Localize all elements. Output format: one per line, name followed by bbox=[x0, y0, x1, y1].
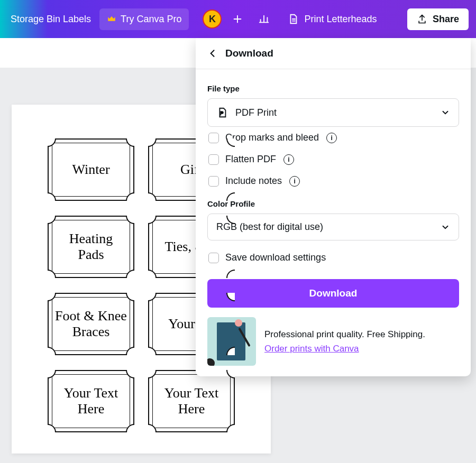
panel-title: Download bbox=[225, 48, 273, 59]
bin-label-text: Foot & Knee Braces bbox=[55, 308, 127, 340]
save-settings-label: Save download settings bbox=[225, 252, 326, 263]
download-panel: Download File type PDF Print Crop marks … bbox=[196, 38, 471, 376]
crop-marks-row[interactable]: Crop marks and bleed i bbox=[207, 127, 459, 149]
bar-chart-icon bbox=[258, 13, 270, 25]
bin-label-text: Your Text Here bbox=[155, 385, 227, 417]
bin-label[interactable]: Your Text Here bbox=[148, 370, 235, 432]
panel-body: File type PDF Print Crop marks and bleed… bbox=[196, 69, 471, 376]
chevron-down-icon bbox=[441, 108, 450, 117]
add-button[interactable] bbox=[227, 8, 248, 30]
document-icon bbox=[287, 13, 299, 25]
checkbox[interactable] bbox=[208, 176, 219, 187]
save-settings-row[interactable]: Save download settings bbox=[207, 247, 459, 268]
document-title[interactable]: Storage Bin Labels bbox=[7, 10, 94, 29]
bin-label[interactable]: Heating Pads bbox=[48, 216, 134, 278]
checkbox[interactable] bbox=[208, 253, 219, 263]
include-notes-label: Include notes bbox=[225, 175, 282, 187]
plus-icon bbox=[232, 13, 243, 25]
checkbox[interactable] bbox=[208, 133, 219, 143]
upload-icon bbox=[417, 14, 427, 24]
file-type-label: File type bbox=[207, 84, 459, 93]
avatar[interactable]: K bbox=[203, 10, 222, 29]
download-button[interactable]: Download bbox=[207, 279, 459, 308]
try-canva-pro-button[interactable]: Try Canva Pro bbox=[99, 8, 189, 30]
back-button[interactable] bbox=[207, 48, 218, 59]
bin-label[interactable]: Your Text Here bbox=[48, 370, 134, 432]
share-label: Share bbox=[433, 14, 459, 25]
bin-label-text: Heating Pads bbox=[55, 231, 127, 263]
print-letterheads-button[interactable]: Print Letterheads bbox=[280, 7, 384, 31]
promo-line: Professional print quality. Free Shippin… bbox=[264, 327, 425, 341]
promo-thumbnail bbox=[207, 317, 256, 366]
info-icon[interactable]: i bbox=[289, 176, 300, 187]
info-icon[interactable]: i bbox=[326, 133, 337, 143]
bin-label[interactable]: Foot & Knee Braces bbox=[48, 293, 134, 355]
flatten-pdf-row[interactable]: Flatten PDF i bbox=[207, 149, 459, 170]
include-notes-row[interactable]: Include notes i bbox=[207, 170, 459, 192]
print-label: Print Letterheads bbox=[304, 14, 377, 25]
panel-header: Download bbox=[196, 38, 471, 69]
analytics-button[interactable] bbox=[253, 8, 274, 30]
file-type-select[interactable]: PDF Print bbox=[207, 98, 459, 127]
share-button[interactable]: Share bbox=[407, 8, 469, 30]
color-profile-label: Color Profile bbox=[207, 199, 459, 208]
crown-icon bbox=[107, 14, 116, 24]
checkbox[interactable] bbox=[208, 154, 219, 165]
avatar-initial: K bbox=[209, 14, 216, 25]
order-prints-link[interactable]: Order prints with Canva bbox=[264, 344, 359, 354]
bin-label[interactable]: Winter bbox=[48, 138, 134, 201]
chevron-down-icon bbox=[441, 223, 450, 232]
top-bar: Storage Bin Labels Try Canva Pro K Print… bbox=[0, 0, 476, 38]
crop-marks-label: Crop marks and bleed bbox=[225, 132, 319, 143]
file-type-value: PDF Print bbox=[235, 107, 277, 118]
color-profile-select[interactable]: RGB (best for digital use) bbox=[207, 214, 459, 240]
flatten-label: Flatten PDF bbox=[225, 154, 276, 165]
bin-label-text: Your Text Here bbox=[55, 385, 127, 417]
download-button-label: Download bbox=[309, 288, 358, 299]
pdf-icon bbox=[216, 106, 228, 119]
bin-label-text: Winter bbox=[72, 162, 109, 178]
try-pro-label: Try Canva Pro bbox=[121, 14, 181, 25]
info-icon[interactable]: i bbox=[283, 154, 294, 165]
print-promo: Professional print quality. Free Shippin… bbox=[207, 317, 459, 366]
